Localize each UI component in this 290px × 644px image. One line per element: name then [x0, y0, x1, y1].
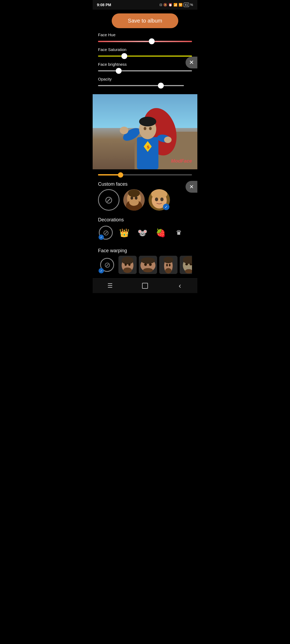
- face-none[interactable]: ⊘: [98, 189, 119, 211]
- svg-point-41: [166, 264, 168, 266]
- deco-crown[interactable]: 👑: [116, 225, 132, 240]
- face-saturation-row: Face Saturation: [98, 47, 192, 59]
- no-face-circle: ⊘: [98, 189, 119, 211]
- close-icon: ✕: [189, 184, 194, 190]
- opacity-thumb[interactable]: [158, 83, 164, 89]
- custom-faces-close-button[interactable]: ✕: [186, 181, 197, 193]
- warp-item-3[interactable]: [159, 256, 177, 274]
- face-saturation-track-wrap: [98, 53, 192, 59]
- svg-point-25: [160, 197, 164, 201]
- status-bar: 9:08 PM ⊡ 🔕 ⏰ 📶 🛜 41 %: [93, 0, 197, 10]
- close-x-icon: ✕: [189, 59, 194, 66]
- warp-none-icon: ⊘: [104, 261, 110, 269]
- deco-tiara[interactable]: ✨: [189, 225, 192, 240]
- signal-icon: 📶: [173, 3, 177, 7]
- status-time: 9:08 PM: [97, 3, 111, 7]
- face-beard-circle: [123, 189, 145, 211]
- face-trump[interactable]: ✓: [148, 189, 170, 211]
- square-icon: [142, 283, 148, 289]
- deco-small-crown[interactable]: ♛: [171, 225, 187, 240]
- deco-none[interactable]: ⊘ ✓: [98, 225, 114, 240]
- svg-point-23: [151, 189, 167, 199]
- warp-face-1-svg: [118, 256, 137, 274]
- svg-point-6: [120, 127, 128, 134]
- svg-point-42: [169, 264, 171, 266]
- opacity-track[interactable]: [98, 85, 184, 86]
- face-brightness-row: Face brightness: [98, 62, 192, 74]
- face-hue-label: Face Hue: [98, 32, 192, 37]
- progress-fill: [98, 174, 121, 175]
- svg-text:S: S: [147, 145, 149, 149]
- battery-percent: %: [190, 3, 193, 7]
- face-saturation-label: Face Saturation: [98, 47, 192, 52]
- decorations-row: ⊘ ✓ 👑 🐭 🍓 ♛ ✨: [98, 225, 192, 241]
- svg-rect-12: [139, 169, 147, 169]
- svg-point-36: [149, 263, 152, 266]
- svg-point-35: [144, 263, 147, 266]
- progress-thumb[interactable]: [118, 172, 123, 178]
- svg-point-47: [185, 263, 188, 265]
- alarm-icon: ⏰: [168, 3, 172, 7]
- nav-home-button[interactable]: [138, 282, 152, 290]
- svg-point-10: [144, 127, 146, 130]
- nav-menu-button[interactable]: ☰: [103, 282, 117, 290]
- status-icons: ⊡ 🔕 ⏰ 📶 🛜 41 %: [160, 3, 193, 7]
- sliders-close-button[interactable]: ✕: [186, 57, 197, 68]
- nav-back-button[interactable]: ‹: [173, 282, 187, 290]
- custom-faces-panel: ⊘: [93, 189, 197, 214]
- decorations-header: Decorations: [93, 214, 197, 225]
- warp-item-1[interactable]: [118, 256, 137, 274]
- deco-flowers[interactable]: 🍓: [153, 225, 168, 240]
- trump-check-badge: ✓: [163, 204, 169, 210]
- face-saturation-track[interactable]: [98, 56, 192, 57]
- svg-rect-13: [149, 169, 156, 169]
- svg-point-17: [129, 198, 139, 206]
- warping-row: ⊘ ✓: [98, 256, 192, 274]
- nfc-icon: ⊡: [160, 3, 162, 7]
- svg-point-34: [141, 257, 155, 264]
- opacity-row: Opacity: [98, 77, 192, 89]
- svg-point-20: [128, 189, 140, 197]
- warp-item-4[interactable]: [180, 256, 192, 274]
- warp-item-2[interactable]: [139, 256, 157, 274]
- deco-mouse-ears[interactable]: 🐭: [135, 225, 150, 240]
- decorations-panel: ⊘ ✓ 👑 🐭 🍓 ♛ ✨: [93, 225, 197, 245]
- face-saturation-thumb[interactable]: [121, 53, 127, 59]
- wifi-icon: 🛜: [179, 3, 183, 7]
- faces-row: ⊘: [98, 189, 192, 211]
- svg-point-28: [122, 257, 133, 264]
- svg-point-31: [123, 268, 132, 273]
- face-warping-section: Face warping ⊘ ✓: [93, 245, 197, 277]
- opacity-label: Opacity: [98, 77, 192, 81]
- svg-point-43: [165, 268, 172, 273]
- deco-none-check: ✓: [99, 235, 104, 240]
- warping-panel: ⊘ ✓: [93, 256, 197, 277]
- face-brightness-thumb[interactable]: [116, 68, 122, 74]
- svg-point-18: [130, 196, 133, 200]
- warp-none-check: ✓: [99, 268, 104, 273]
- sliders-container: Face Hue Face Saturation Face brightness: [93, 31, 197, 94]
- face-brightness-track[interactable]: [98, 70, 192, 71]
- face-hue-track[interactable]: [98, 41, 192, 42]
- face-brightness-label: Face brightness: [98, 62, 192, 67]
- face-hue-thumb[interactable]: [149, 38, 155, 44]
- warp-face-2-svg: [139, 256, 157, 274]
- svg-point-7: [164, 137, 172, 143]
- custom-faces-section: Custom faces ⊘: [93, 178, 197, 214]
- progress-track[interactable]: [98, 174, 192, 175]
- svg-point-11: [149, 127, 152, 130]
- mouse-ears-icon: 🐭: [137, 228, 147, 237]
- progress-section: [93, 169, 197, 178]
- svg-point-9: [139, 117, 156, 126]
- svg-point-30: [128, 263, 130, 266]
- nav-bar: ☰ ‹: [93, 278, 197, 293]
- face-warping-header: Face warping: [93, 245, 197, 256]
- warp-face-4-svg: [180, 256, 192, 274]
- face-beard[interactable]: [123, 189, 145, 211]
- mute-icon: 🔕: [163, 3, 167, 7]
- battery-indicator: 41: [184, 3, 189, 7]
- warp-face-3-svg: [159, 256, 177, 274]
- save-to-album-button[interactable]: Save to album: [112, 13, 178, 28]
- no-face-icon: ⊘: [104, 194, 113, 206]
- warp-none[interactable]: ⊘ ✓: [98, 256, 116, 274]
